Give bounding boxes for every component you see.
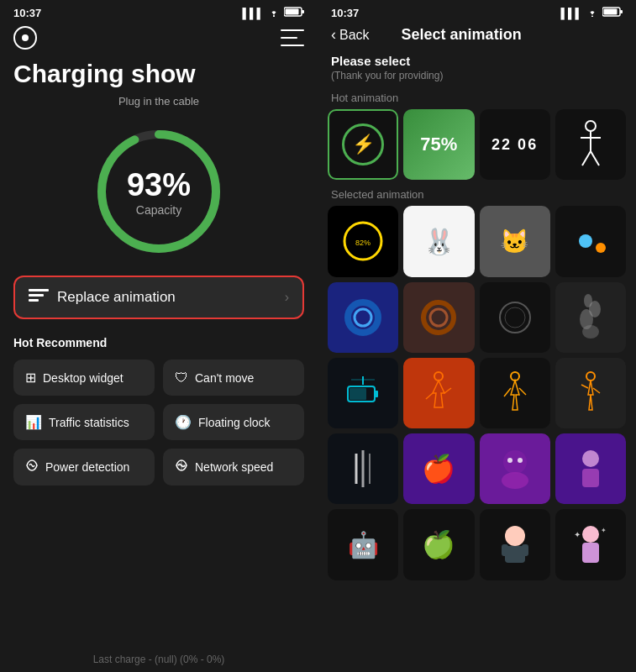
traffic-stats-icon: 📊 [25,414,42,430]
sel-anim-12[interactable] [555,358,626,428]
battery-label: Capacity [127,203,191,217]
blue-swirl-svg [342,297,384,339]
sel-anim-7[interactable] [480,282,550,353]
gold-figure-svg [494,370,536,417]
hot-anim-4[interactable] [555,109,626,180]
sel-anim-5[interactable] [328,282,398,353]
status-bar-right: 10:37 ▌▌▌ [318,0,636,23]
sel-anim-10[interactable] [403,358,474,428]
signal-icon-right: ▌▌▌ [560,8,582,19]
thank-you: (Thank you for providing) [318,70,636,88]
desktop-widget-icon: ⊞ [25,370,36,386]
recommend-item-traffic-stats[interactable]: 📊 Traffic statistics [13,404,155,440]
svg-point-24 [430,309,447,326]
sparkle-girl-svg: ✦ ✦ [567,521,614,568]
hot-anim-3-text: 22 06 [491,136,538,154]
power-detection-label: Power detection [45,460,129,474]
svg-rect-51 [522,544,528,556]
sel-anim-11[interactable] [480,358,550,428]
hot-anim-1[interactable]: ⚡ [328,109,398,180]
sel-anim-2[interactable]: 🐰 [403,206,474,276]
purple-anime-svg [491,445,539,492]
battery-circle-container: 93% Capacity [0,124,318,259]
bunny-icon: 🐰 [423,227,455,256]
svg-point-8 [591,16,593,18]
svg-point-44 [507,458,512,463]
floating-clock-icon: 🕐 [175,414,192,430]
replace-animation-button[interactable]: Replace animation › [13,276,304,319]
sel-anim-13[interactable] [328,433,398,504]
svg-rect-3 [286,9,299,15]
neon-lines-svg [339,445,386,492]
top-icons-left [0,23,318,56]
network-speed-icon [175,459,188,475]
svg-point-12 [586,121,596,131]
svg-rect-50 [502,544,508,556]
right-nav: ‹ Back Select animation [318,23,636,50]
network-speed-label: Network speed [195,460,273,474]
chevron-right-icon: › [285,290,289,305]
status-bar-left: 10:37 ▌▌▌ [0,0,318,23]
sel-anim-1[interactable]: 82% [328,206,398,276]
battery-center: 93% Capacity [127,167,191,217]
status-icons-right: ▌▌▌ [560,7,623,19]
dark-figure-svg [570,370,612,417]
svg-rect-32 [375,391,378,397]
right-panel: 10:37 ▌▌▌ ‹ Back Select animatio [318,0,636,672]
sel-anim-4-svg [567,218,614,265]
anime-boy-svg [491,521,539,568]
sel-anim-1-svg: 82% [339,218,386,265]
recommend-item-power-detection[interactable]: Power detection [13,449,155,486]
neon-battery-svg [339,370,386,417]
brown-ring-svg [418,297,460,339]
recommend-item-cant-move[interactable]: 🛡 Can't move [163,360,304,396]
svg-point-48 [505,526,525,546]
sel-anim-9[interactable] [328,358,398,428]
svg-rect-11 [604,9,618,15]
svg-point-45 [518,458,523,463]
hot-recommend-label: Hot Recommend [0,329,318,353]
recommend-item-floating-clock[interactable]: 🕐 Floating clock [163,404,304,440]
wifi-icon [267,7,281,19]
traffic-stats-label: Traffic statistics [49,416,129,429]
sel-anim-4[interactable] [555,206,626,276]
hot-anim-3[interactable]: 22 06 [480,109,550,180]
back-chevron-icon: ‹ [331,26,336,44]
sel-anim-20[interactable]: ✦ ✦ [555,509,626,580]
sel-anim-3[interactable]: 🐱 [480,206,550,276]
apple-rainbow-icon: 🍎 [422,453,455,485]
back-label: Back [339,28,370,43]
cant-move-label: Can't move [195,371,254,385]
record-icon[interactable] [13,26,37,50]
smoke-svg [570,294,612,341]
recommend-item-network-speed[interactable]: Network speed [163,449,304,486]
recommend-item-desktop-widget[interactable]: ⊞ Desktop widget [13,360,155,396]
sel-anim-17[interactable]: 🤖 [328,509,398,580]
sel-anim-8[interactable] [555,282,626,353]
sel-anim-19[interactable] [480,509,550,580]
svg-point-46 [582,450,599,467]
svg-point-52 [582,526,599,543]
sel-anim-15[interactable] [480,433,550,504]
svg-rect-53 [582,543,599,563]
cant-move-icon: 🛡 [175,370,188,386]
time-right: 10:37 [331,7,359,19]
replace-icon [29,289,49,306]
recommend-grid: ⊞ Desktop widget 🛡 Can't move 📊 Traffic … [0,353,318,492]
hot-anim-2[interactable]: 75% [403,109,474,180]
settings-icon[interactable] [281,29,304,46]
selected-animation-grid: 82% 🐰 🐱 [318,206,636,585]
svg-line-15 [582,151,591,165]
hot-animation-grid: ⚡ 75% 22 06 [318,109,636,185]
status-icons-left: ▌▌▌ [242,7,304,19]
sel-anim-18[interactable]: 🍏 [403,509,474,580]
battery-icon-right [602,7,623,19]
wifi-icon-right [586,7,599,19]
sel-anim-6[interactable] [403,282,474,353]
sel-anim-14[interactable]: 🍎 [403,433,474,504]
sel-anim-16[interactable] [555,433,626,504]
record-dot [22,34,29,41]
replace-animation-left: Replace animation [29,289,176,306]
battery-percent: 93% [127,167,191,203]
back-button[interactable]: ‹ Back [331,26,370,44]
